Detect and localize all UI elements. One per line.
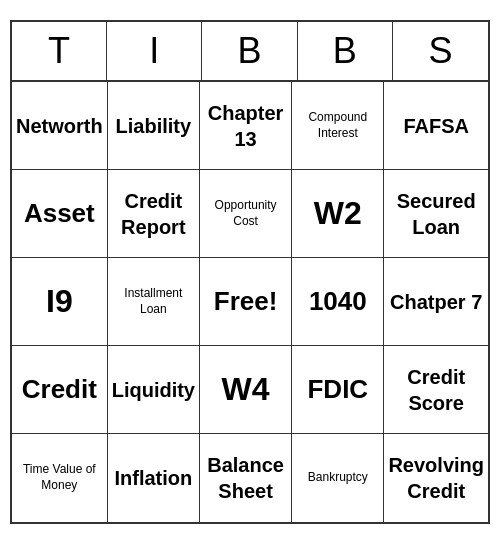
header-letter: S (393, 22, 488, 80)
bingo-grid: NetworthLiabilityChapter 13Compound Inte… (12, 82, 488, 522)
bingo-cell[interactable]: Compound Interest (292, 82, 384, 170)
cell-text: Time Value of Money (16, 462, 103, 493)
cell-text: Balance Sheet (204, 452, 287, 504)
bingo-cell[interactable]: Installment Loan (108, 258, 200, 346)
bingo-cell[interactable]: Free! (200, 258, 292, 346)
bingo-cell[interactable]: Chatper 7 (384, 258, 488, 346)
header-letter: B (298, 22, 393, 80)
bingo-cell[interactable]: Time Value of Money (12, 434, 108, 522)
cell-text: Networth (16, 113, 103, 139)
cell-text: W2 (314, 193, 362, 235)
bingo-cell[interactable]: Chapter 13 (200, 82, 292, 170)
header-letter: I (107, 22, 202, 80)
bingo-cell[interactable]: Bankruptcy (292, 434, 384, 522)
cell-text: Opportunity Cost (204, 198, 287, 229)
bingo-cell[interactable]: I9 (12, 258, 108, 346)
bingo-cell[interactable]: Balance Sheet (200, 434, 292, 522)
cell-text: Free! (214, 285, 278, 319)
bingo-cell[interactable]: Secured Loan (384, 170, 488, 258)
cell-text: Secured Loan (388, 188, 484, 240)
cell-text: Credit Report (112, 188, 195, 240)
bingo-card: TIBBS NetworthLiabilityChapter 13Compoun… (10, 20, 490, 524)
cell-text: I9 (46, 281, 73, 323)
cell-text: Revolving Credit (388, 452, 484, 504)
bingo-cell[interactable]: W2 (292, 170, 384, 258)
bingo-cell[interactable]: Networth (12, 82, 108, 170)
bingo-cell[interactable]: Credit (12, 346, 108, 434)
cell-text: Liquidity (112, 377, 195, 403)
bingo-cell[interactable]: 1040 (292, 258, 384, 346)
header-letter: B (202, 22, 297, 80)
cell-text: Asset (24, 197, 95, 231)
bingo-cell[interactable]: Revolving Credit (384, 434, 488, 522)
cell-text: Installment Loan (112, 286, 195, 317)
cell-text: Liability (116, 113, 192, 139)
cell-text: Inflation (114, 465, 192, 491)
cell-text: Compound Interest (296, 110, 379, 141)
cell-text: Credit (22, 373, 97, 407)
cell-text: 1040 (309, 285, 367, 319)
bingo-cell[interactable]: FDIC (292, 346, 384, 434)
bingo-cell[interactable]: Credit Score (384, 346, 488, 434)
bingo-cell[interactable]: Credit Report (108, 170, 200, 258)
bingo-cell[interactable]: Liability (108, 82, 200, 170)
cell-text: FAFSA (403, 113, 469, 139)
cell-text: Credit Score (388, 364, 484, 416)
bingo-cell[interactable]: Liquidity (108, 346, 200, 434)
bingo-cell[interactable]: W4 (200, 346, 292, 434)
cell-text: Chatper 7 (390, 289, 482, 315)
header-letter: T (12, 22, 107, 80)
bingo-cell[interactable]: Asset (12, 170, 108, 258)
bingo-cell[interactable]: FAFSA (384, 82, 488, 170)
cell-text: Bankruptcy (308, 470, 368, 486)
bingo-cell[interactable]: Inflation (108, 434, 200, 522)
bingo-header: TIBBS (12, 22, 488, 82)
cell-text: Chapter 13 (204, 100, 287, 152)
cell-text: FDIC (307, 373, 368, 407)
cell-text: W4 (222, 369, 270, 411)
bingo-cell[interactable]: Opportunity Cost (200, 170, 292, 258)
